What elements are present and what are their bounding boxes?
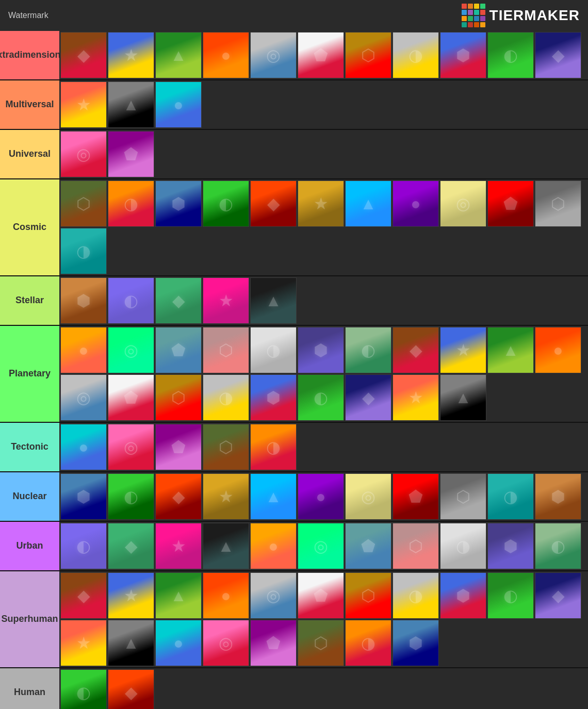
char-slot[interactable]: ⬢	[535, 473, 581, 520]
char-slot[interactable]: ◐	[298, 374, 344, 421]
char-slot[interactable]: ⬡	[203, 327, 249, 373]
char-slot[interactable]: ⬡	[155, 374, 202, 421]
char-slot[interactable]: ⬟	[155, 327, 202, 373]
char-slot[interactable]: ▲	[250, 473, 297, 520]
char-slot[interactable]: ◎	[60, 374, 107, 421]
char-slot[interactable]: ●	[250, 523, 297, 569]
char-slot[interactable]: ◎	[108, 327, 154, 373]
char-slot[interactable]: ◎	[108, 424, 154, 470]
char-slot[interactable]: ⬟	[250, 620, 297, 666]
char-slot[interactable]: ⬢	[393, 620, 439, 666]
char-slot[interactable]: ★	[108, 572, 154, 619]
char-slot[interactable]: ●	[60, 424, 107, 470]
char-slot[interactable]: ▲	[440, 374, 486, 421]
char-slot[interactable]: ◆	[535, 32, 581, 78]
char-slot[interactable]: ◑	[345, 620, 391, 666]
char-slot[interactable]: ⬢	[60, 473, 107, 520]
char-slot[interactable]: ★	[393, 374, 439, 421]
char-slot[interactable]: ◎	[250, 32, 297, 78]
char-slot[interactable]: ◆	[250, 180, 297, 227]
char-slot[interactable]: ⬟	[108, 374, 154, 421]
char-slot[interactable]: ⬟	[393, 473, 439, 520]
char-slot[interactable]: ⬡	[345, 32, 391, 78]
char-slot[interactable]: ◑	[393, 572, 439, 619]
char-slot[interactable]: ⬟	[155, 424, 202, 470]
char-slot[interactable]: ◆	[535, 572, 581, 619]
char-slot[interactable]: ◐	[487, 32, 534, 78]
char-slot[interactable]: ▲	[108, 81, 154, 128]
char-slot[interactable]: ◐	[487, 572, 534, 619]
char-slot[interactable]: ●	[298, 473, 344, 520]
char-slot[interactable]: ★	[60, 620, 107, 666]
char-slot[interactable]: ⬢	[155, 180, 202, 227]
char-slot[interactable]: ★	[60, 81, 107, 128]
char-slot[interactable]: ◐	[108, 277, 154, 324]
char-slot[interactable]: ⬢	[440, 572, 486, 619]
char-slot[interactable]: ◐	[535, 523, 581, 569]
char-slot[interactable]: ●	[60, 327, 107, 373]
char-slot[interactable]: ⬟	[487, 180, 534, 227]
char-slot[interactable]: ●	[155, 620, 202, 666]
char-slot[interactable]: ⬡	[535, 180, 581, 227]
char-slot[interactable]: ◑	[203, 374, 249, 421]
char-slot[interactable]: ★	[155, 523, 202, 569]
char-slot[interactable]: ⬡	[203, 424, 249, 470]
char-slot[interactable]: ◆	[60, 572, 107, 619]
char-slot[interactable]: ◐	[203, 180, 249, 227]
char-slot[interactable]: ●	[393, 180, 439, 227]
char-slot[interactable]: ★	[440, 327, 486, 373]
char-slot[interactable]: ⬡	[298, 620, 344, 666]
char-slot[interactable]: ⬢	[487, 523, 534, 569]
char-slot[interactable]: ⬟	[108, 131, 154, 177]
char-slot[interactable]: ⬡	[393, 523, 439, 569]
char-slot[interactable]: ▲	[250, 277, 297, 324]
char-slot[interactable]: ▲	[108, 620, 154, 666]
char-slot[interactable]: ★	[203, 473, 249, 520]
char-slot[interactable]: ⬟	[345, 523, 391, 569]
char-slot[interactable]: ★	[108, 32, 154, 78]
char-slot[interactable]: ◐	[108, 473, 154, 520]
char-slot[interactable]: ●	[155, 81, 202, 128]
char-slot[interactable]: ⬟	[298, 32, 344, 78]
char-slot[interactable]: ▲	[203, 523, 249, 569]
char-slot[interactable]: ◑	[60, 228, 107, 274]
char-slot[interactable]: ◎	[203, 620, 249, 666]
char-slot[interactable]: ◆	[60, 32, 107, 78]
char-slot[interactable]: ▲	[155, 572, 202, 619]
char-slot[interactable]: ⬢	[298, 327, 344, 373]
char-slot[interactable]: ◐	[60, 523, 107, 569]
char-slot[interactable]: ◎	[250, 572, 297, 619]
char-slot[interactable]: ★	[203, 277, 249, 324]
char-slot[interactable]: ⬡	[440, 473, 486, 520]
char-slot[interactable]: ◆	[108, 669, 154, 709]
char-slot[interactable]: ⬡	[60, 180, 107, 227]
char-slot[interactable]: ◆	[108, 523, 154, 569]
char-slot[interactable]: ◑	[393, 32, 439, 78]
char-slot[interactable]: ●	[535, 327, 581, 373]
char-slot[interactable]: ◑	[487, 473, 534, 520]
char-slot[interactable]: ◆	[155, 473, 202, 520]
char-slot[interactable]: ◎	[345, 473, 391, 520]
char-slot[interactable]: ⬡	[345, 572, 391, 619]
char-slot[interactable]: ⬟	[298, 572, 344, 619]
char-slot[interactable]: ●	[203, 572, 249, 619]
char-slot[interactable]: ◐	[60, 669, 107, 709]
char-slot[interactable]: ◑	[250, 327, 297, 373]
char-slot[interactable]: ●	[203, 32, 249, 78]
char-slot[interactable]: ⬢	[250, 374, 297, 421]
char-slot[interactable]: ◆	[393, 327, 439, 373]
char-slot[interactable]: ▲	[345, 180, 391, 227]
char-slot[interactable]: ◑	[440, 523, 486, 569]
char-slot[interactable]: ◆	[345, 374, 391, 421]
char-slot[interactable]: ★	[298, 180, 344, 227]
char-slot[interactable]: ◎	[298, 523, 344, 569]
char-slot[interactable]: ◑	[108, 180, 154, 227]
char-slot[interactable]: ◑	[250, 424, 297, 470]
char-slot[interactable]: ▲	[487, 327, 534, 373]
char-slot[interactable]: ◆	[155, 277, 202, 324]
char-slot[interactable]: ◐	[345, 327, 391, 373]
char-slot[interactable]: ⬢	[440, 32, 486, 78]
char-slot[interactable]: ⬢	[60, 277, 107, 324]
char-slot[interactable]: ◎	[440, 180, 486, 227]
char-slot[interactable]: ▲	[155, 32, 202, 78]
